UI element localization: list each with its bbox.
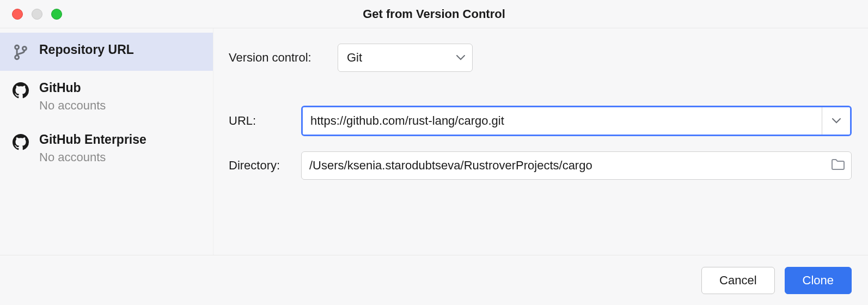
sidebar-item-sublabel: No accounts <box>39 150 146 164</box>
sidebar-item-text: Repository URL <box>39 42 134 57</box>
version-control-select[interactable]: Git <box>338 44 473 72</box>
directory-row: Directory: <box>229 151 852 180</box>
minimize-window-button[interactable] <box>32 9 42 20</box>
sidebar-item-text: GitHub No accounts <box>39 81 106 113</box>
directory-label: Directory: <box>229 158 301 173</box>
branch-icon <box>12 44 29 61</box>
version-control-value: Git <box>347 51 362 65</box>
url-row: URL: <box>229 106 852 136</box>
browse-directory-button[interactable] <box>825 158 851 173</box>
main-area: Repository URL GitHub No accounts GitHub <box>0 28 868 255</box>
content-panel: Version control: Git URL: <box>213 28 868 255</box>
chevron-down-icon <box>832 116 841 126</box>
sidebar-item-label: GitHub Enterprise <box>39 132 146 147</box>
sidebar-item-text: GitHub Enterprise No accounts <box>39 132 146 164</box>
sidebar-item-repository-url[interactable]: Repository URL <box>0 33 213 71</box>
svg-point-2 <box>22 47 26 51</box>
sidebar-item-github[interactable]: GitHub No accounts <box>0 71 213 123</box>
version-control-row: Version control: Git <box>229 44 852 72</box>
github-icon <box>12 133 29 151</box>
folder-icon <box>831 158 845 173</box>
url-field <box>301 106 852 136</box>
github-icon <box>12 82 29 99</box>
footer: Cancel Clone <box>0 255 868 305</box>
sidebar-item-github-enterprise[interactable]: GitHub Enterprise No accounts <box>0 123 213 174</box>
cancel-button[interactable]: Cancel <box>701 267 774 294</box>
svg-point-0 <box>15 45 19 49</box>
directory-field <box>301 151 852 180</box>
window-title: Get from Version Control <box>363 7 505 21</box>
clone-button[interactable]: Clone <box>785 267 852 294</box>
sidebar-item-label: Repository URL <box>39 42 134 57</box>
url-history-dropdown[interactable] <box>822 107 850 135</box>
sidebar: Repository URL GitHub No accounts GitHub <box>0 28 213 255</box>
version-control-label: Version control: <box>229 51 338 65</box>
url-input[interactable] <box>303 107 822 135</box>
sidebar-item-sublabel: No accounts <box>39 99 106 113</box>
svg-point-1 <box>15 56 19 59</box>
titlebar: Get from Version Control <box>0 0 868 28</box>
sidebar-item-label: GitHub <box>39 81 106 95</box>
directory-input[interactable] <box>302 158 825 173</box>
url-label: URL: <box>229 114 301 128</box>
window-controls <box>0 9 62 20</box>
close-window-button[interactable] <box>12 9 23 20</box>
maximize-window-button[interactable] <box>51 9 62 20</box>
